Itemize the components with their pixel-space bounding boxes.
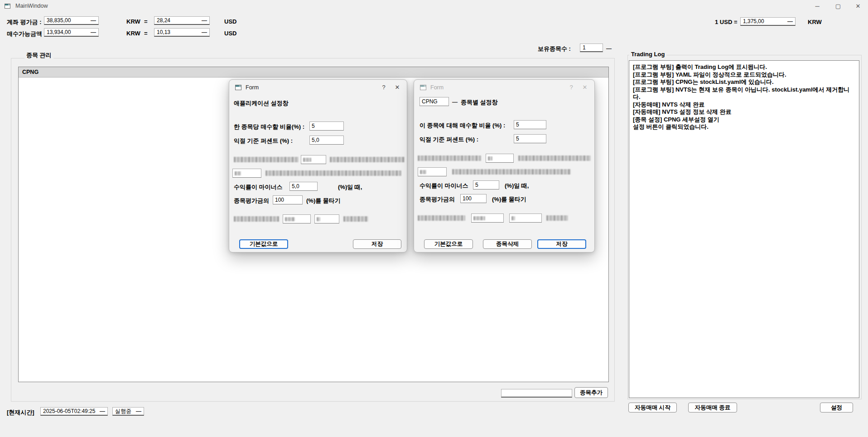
close-icon[interactable]: ✕: [848, 0, 868, 12]
app-settings-dialog: Form ? ✕ 애플리케이션 설정창 한 종목당 매수할 비율(%) : 5 …: [229, 79, 407, 252]
app-averaging-prefix: 종목평가금의: [234, 197, 269, 205]
stock-ticker-value: CPNG: [422, 98, 438, 105]
equals-label-2: =: [144, 30, 148, 37]
app-dialog-titlebar[interactable]: Form ? ✕: [229, 80, 407, 95]
app-averaging-suffix: (%)를 물타기: [306, 197, 341, 205]
fx-krw-unit-label: KRW: [808, 19, 822, 25]
stock-take-profit-label: 익절 기준 퍼센트 (%) :: [420, 136, 478, 144]
log-line: [종목 설정] CPNG 세부설정 열기: [633, 116, 855, 124]
redacted-input[interactable]: [314, 214, 339, 223]
stock-buy-ratio-input[interactable]: 5: [514, 120, 546, 129]
app-dialog-title: Form: [246, 84, 259, 91]
account-value-usd-field[interactable]: 28,24 —: [154, 16, 210, 25]
stock-dialog-title: Form: [430, 84, 444, 91]
holdings-count-field[interactable]: 1: [580, 44, 603, 52]
redacted-input[interactable]: [486, 154, 514, 163]
buyable-amount-krw-field[interactable]: 13,934,00 —: [44, 28, 99, 37]
stock-defaults-button[interactable]: 기본값으로: [424, 239, 473, 249]
redacted-text: [303, 158, 311, 162]
stock-buy-ratio-label: 이 종목에 대해 매수할 비율 (%) :: [420, 121, 505, 130]
stock-save-button[interactable]: 저장: [537, 239, 586, 249]
auto-trade-start-button[interactable]: 자동매매 시작: [628, 403, 677, 413]
stock-dialog-titlebar[interactable]: Form ? ✕: [414, 80, 594, 95]
current-time-label: [현재시간]: [7, 408, 34, 417]
log-line: [프로그램 부팅] NVTS는 현재 보유 종목이 아닙니다. stockLis…: [633, 86, 855, 101]
app-take-profit-label: 익절 기준 퍼센트 (%) :: [234, 137, 293, 145]
stock-ticker-field[interactable]: CPNG: [420, 97, 449, 106]
dash-decoration: —: [452, 99, 458, 105]
usd-unit-label-1: USD: [224, 18, 236, 25]
log-line: [프로그램 부팅] YAML 파일이 정상적으로 로드되었습니다.: [633, 71, 855, 79]
settings-button-label: 설정: [831, 404, 842, 412]
stock-delete-button-label: 종목삭제: [496, 240, 519, 248]
account-value-krw-field[interactable]: 38,835,00 —: [44, 16, 99, 25]
dash-decoration: —: [202, 17, 207, 24]
stock-table-header[interactable]: CPNG: [19, 67, 608, 78]
app-loss-prefix: 수익률이 마이너스: [234, 183, 283, 191]
add-stock-button[interactable]: 종목추가: [574, 387, 608, 398]
buyable-amount-usd: 10,13: [157, 29, 170, 35]
maximize-icon[interactable]: ▢: [828, 0, 848, 12]
close-icon[interactable]: ✕: [391, 81, 404, 94]
redacted-text: [234, 216, 279, 222]
fx-rate-label: 1 USD =: [715, 19, 738, 25]
dash-decoration: —: [91, 29, 96, 35]
stock-dialog-heading: 종목별 설정창: [461, 98, 498, 107]
redacted-text: [518, 155, 591, 161]
dash-decoration: —: [100, 408, 105, 414]
auto-trade-stop-label: 자동매매 종료: [695, 404, 730, 412]
trading-log-title: Trading Log: [629, 51, 666, 58]
main-window: MainWindow ─ ▢ ✕ 계좌 평가금 : 38,835,00 — KR…: [0, 0, 868, 437]
log-line: 설정 버튼이 클릭되었습니다.: [633, 123, 855, 131]
app-dialog-heading: 애플리케이션 설정창: [234, 99, 289, 107]
app-save-button[interactable]: 저장: [353, 239, 401, 249]
current-time-field[interactable]: 2025-06-05T02:49:25 —: [40, 407, 108, 416]
log-line: [자동매매] NVTS 설정 정보 삭제 완료: [633, 108, 855, 116]
buyable-amount-usd-field[interactable]: 10,13 —: [154, 28, 210, 37]
app-save-button-label: 저장: [371, 240, 383, 248]
app-buy-ratio-value: 5: [312, 123, 315, 129]
stock-take-profit-value: 5: [516, 136, 519, 142]
redacted-input[interactable]: [283, 214, 311, 223]
app-defaults-button[interactable]: 기본값으로: [239, 239, 288, 249]
app-loss-value: 5,0: [292, 183, 299, 189]
stock-save-button-label: 저장: [556, 240, 568, 248]
help-icon[interactable]: ?: [377, 81, 391, 94]
stock-take-profit-input[interactable]: 5: [514, 134, 546, 143]
log-line: [자동매매] NVTS 삭제 완료: [633, 101, 855, 109]
app-defaults-button-label: 기본값으로: [250, 240, 278, 248]
dash-decoration: —: [606, 45, 612, 52]
redacted-input[interactable]: [509, 214, 542, 223]
redacted-text: [317, 217, 320, 221]
account-value-usd: 28,24: [157, 17, 170, 24]
stock-loss-input[interactable]: 5: [473, 180, 499, 189]
redacted-input[interactable]: [418, 167, 447, 176]
stock-averaging-input[interactable]: 100: [460, 194, 487, 203]
stock-averaging-suffix: (%)를 물타기: [492, 195, 526, 204]
redacted-text: [420, 170, 426, 174]
holdings-count-label: 보유종목수 :: [538, 45, 571, 53]
app-take-profit-input[interactable]: 5,0: [309, 136, 344, 145]
app-loss-input[interactable]: 5,0: [289, 182, 318, 191]
redacted-input[interactable]: [232, 169, 261, 178]
close-icon[interactable]: ✕: [578, 81, 592, 94]
add-stock-input[interactable]: [501, 389, 572, 398]
trading-log-box[interactable]: [프로그램 부팅] 출력이 Trading Log에 표시됩니다. [프로그램 …: [629, 60, 859, 398]
buyable-amount-krw: 13,934,00: [47, 29, 71, 35]
app-averaging-input[interactable]: 100: [273, 195, 303, 204]
stock-delete-button[interactable]: 종목삭제: [483, 239, 532, 249]
redacted-input[interactable]: [471, 214, 504, 223]
minimize-icon[interactable]: ─: [807, 0, 827, 12]
redacted-text: [418, 215, 465, 221]
help-icon[interactable]: ?: [564, 81, 578, 94]
redacted-input[interactable]: [301, 155, 326, 164]
krw-unit-label-1: KRW: [126, 18, 140, 25]
form-window-icon: [420, 85, 426, 90]
current-time-value: 2025-06-05T02:49:25: [43, 408, 95, 414]
run-state-field[interactable]: 실행중 —: [112, 407, 144, 416]
auto-trade-stop-button[interactable]: 자동매매 종료: [688, 403, 737, 413]
stock-table-header-label: CPNG: [22, 69, 39, 75]
app-buy-ratio-input[interactable]: 5: [309, 121, 344, 131]
fx-rate-field[interactable]: 1,375,00 —: [740, 17, 796, 26]
settings-button[interactable]: 설정: [820, 403, 853, 413]
